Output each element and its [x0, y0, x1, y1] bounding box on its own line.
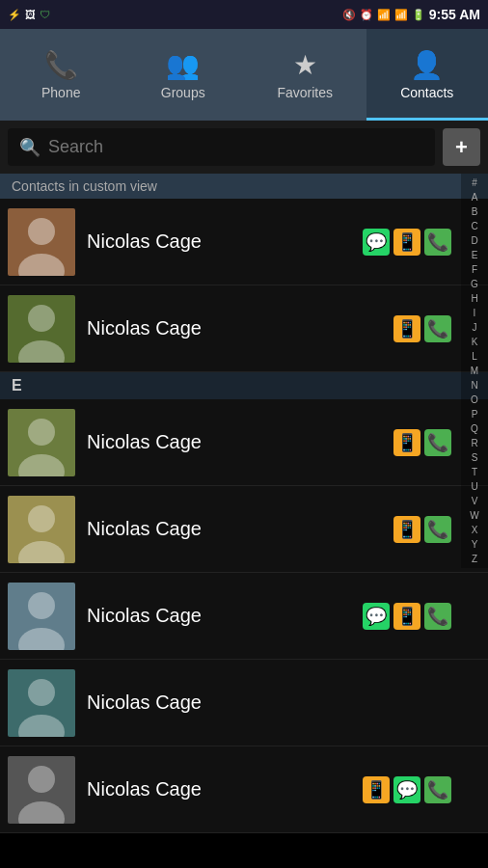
tab-favorites[interactable]: ★ Favorites [244, 29, 366, 121]
alpha-v[interactable]: V [470, 494, 480, 508]
silhouette-icon [8, 295, 75, 363]
alpha-hash[interactable]: # [470, 176, 479, 190]
contact-name: Nicolas Cage [87, 317, 393, 339]
tab-phone[interactable]: 📞 Phone [0, 29, 122, 121]
contact-list-e: Nicolas Cage 📱 📞 Nicolas Cage 📱 📞 Nicola [0, 399, 488, 833]
alpha-z[interactable]: Z [470, 552, 479, 566]
alpha-w[interactable]: W [468, 508, 480, 523]
svg-point-11 [18, 715, 65, 737]
svg-point-3 [18, 340, 65, 363]
call-icon[interactable]: 📞 [424, 229, 451, 256]
alpha-x[interactable]: X [470, 523, 480, 537]
silhouette-icon [8, 409, 75, 476]
whatsapp-icon[interactable]: 💬 [393, 776, 420, 803]
alpha-k[interactable]: K [470, 335, 480, 349]
contact-item[interactable]: Nicolas Cage [0, 660, 488, 746]
usb-icon: ⚡ [8, 9, 21, 21]
svg-point-13 [18, 801, 65, 824]
tab-contacts-label: Contacts [400, 85, 453, 100]
wifi-icon: 📶 [377, 9, 391, 21]
section-e-header: E [0, 372, 488, 399]
alpha-y[interactable]: Y [470, 537, 480, 552]
svg-point-7 [18, 541, 65, 563]
avatar [8, 295, 75, 363]
tab-bar: 📞 Phone 👥 Groups ★ Favorites 👤 Contacts [0, 29, 488, 121]
favorites-icon: ★ [293, 49, 317, 81]
sim-icon[interactable]: 📱 [363, 776, 390, 803]
svg-point-8 [28, 592, 55, 619]
status-left-icons: ⚡ 🖼 🛡 [8, 9, 50, 21]
search-input[interactable] [48, 137, 423, 157]
contact-item[interactable]: Nicolas Cage 📱 📞 [0, 285, 488, 372]
whatsapp-icon[interactable]: 💬 [363, 603, 390, 630]
silhouette-icon [8, 208, 75, 276]
search-wrapper[interactable]: 🔍 [8, 128, 435, 166]
alphabet-index: # A B C D E F G H I J K L M N O P Q R S … [461, 174, 488, 568]
alpha-h[interactable]: H [469, 291, 479, 306]
contact-action-icons: 💬 📱 📞 [363, 229, 451, 256]
alpha-i[interactable]: I [472, 306, 478, 320]
alpha-s[interactable]: S [470, 450, 480, 465]
alpha-e[interactable]: E [470, 248, 480, 262]
status-time: 9:55 AM [429, 7, 480, 22]
call-icon[interactable]: 📞 [424, 315, 451, 342]
svg-point-10 [28, 679, 55, 706]
add-contact-button[interactable]: + [443, 128, 480, 166]
alpha-m[interactable]: M [469, 364, 480, 378]
call-icon[interactable]: 📞 [424, 776, 451, 803]
alpha-j[interactable]: J [471, 320, 479, 335]
alpha-o[interactable]: O [469, 393, 480, 407]
alpha-d[interactable]: D [469, 233, 479, 248]
alpha-b[interactable]: B [470, 204, 480, 219]
contact-item[interactable]: Nicolas Cage 📱 📞 [0, 399, 488, 486]
svg-point-0 [28, 218, 55, 245]
call-icon[interactable]: 📞 [424, 603, 451, 630]
tab-contacts[interactable]: 👤 Contacts [366, 29, 489, 121]
avatar [8, 583, 75, 650]
alpha-t[interactable]: T [470, 465, 479, 479]
whatsapp-icon[interactable]: 💬 [363, 229, 390, 256]
sim-icon[interactable]: 📱 [393, 315, 420, 342]
sim-icon[interactable]: 📱 [393, 516, 420, 543]
phone-icon: 📞 [44, 49, 78, 81]
contact-item[interactable]: Nicolas Cage 📱 📞 [0, 486, 488, 573]
groups-icon: 👥 [166, 49, 200, 81]
svg-point-5 [18, 454, 65, 476]
svg-point-4 [28, 419, 55, 446]
alpha-a[interactable]: A [470, 190, 480, 204]
contact-action-icons: 📱 📞 [393, 516, 451, 543]
contact-name: Nicolas Cage [87, 518, 393, 540]
contacts-icon: 👤 [410, 49, 444, 81]
alarm-icon: ⏰ [360, 9, 373, 21]
alpha-l[interactable]: L [470, 349, 479, 364]
contact-name: Nicolas Cage [87, 605, 363, 627]
contact-action-icons: 📱 📞 [393, 315, 451, 342]
alpha-r[interactable]: R [469, 436, 479, 450]
sim-icon[interactable]: 📱 [393, 229, 420, 256]
alpha-u[interactable]: U [469, 479, 479, 494]
tab-groups[interactable]: 👥 Groups [122, 29, 245, 121]
avatar [8, 669, 75, 737]
contact-item[interactable]: Nicolas Cage 💬 📱 📞 [0, 199, 488, 285]
sim-icon[interactable]: 📱 [393, 603, 420, 630]
alpha-q[interactable]: Q [469, 421, 480, 436]
alpha-c[interactable]: C [469, 219, 479, 233]
alpha-g[interactable]: G [469, 277, 480, 291]
alpha-p[interactable]: P [470, 407, 480, 421]
svg-point-1 [18, 254, 65, 276]
contact-action-icons: 📱 💬 📞 [363, 776, 451, 803]
call-icon[interactable]: 📞 [424, 516, 451, 543]
call-icon[interactable]: 📞 [424, 429, 451, 456]
svg-point-9 [18, 628, 65, 650]
shield-icon: 🛡 [40, 9, 50, 20]
silhouette-icon [8, 669, 75, 737]
tab-favorites-label: Favorites [277, 85, 333, 100]
contact-item[interactable]: Nicolas Cage 📱 💬 📞 [0, 746, 488, 833]
silhouette-icon [8, 496, 75, 563]
sim-icon[interactable]: 📱 [393, 429, 420, 456]
alpha-f[interactable]: F [470, 262, 479, 277]
contact-item[interactable]: Nicolas Cage 💬 📱 📞 [0, 573, 488, 660]
contact-name: Nicolas Cage [87, 431, 393, 453]
alpha-n[interactable]: N [469, 378, 479, 393]
contact-name: Nicolas Cage [87, 778, 363, 800]
